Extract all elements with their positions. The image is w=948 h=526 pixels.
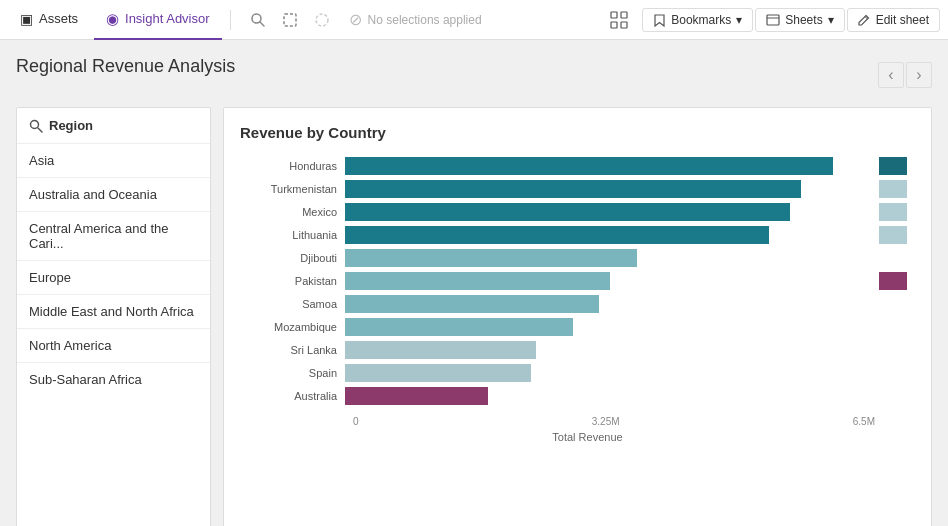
bar-fill — [345, 364, 531, 382]
svg-rect-7 — [621, 22, 627, 28]
region-item[interactable]: Sub-Saharan Africa — [17, 363, 210, 396]
sheets-chevron: ▾ — [828, 13, 834, 27]
svg-line-12 — [38, 128, 42, 132]
page-content: Regional Revenue Analysis ‹ › Region Asi… — [0, 40, 948, 526]
bar-fill — [345, 226, 769, 244]
mini-bar — [879, 295, 915, 313]
next-page-button[interactable]: › — [906, 62, 932, 88]
no-sel-icon: ⊘ — [349, 10, 362, 29]
bar-row: Djibouti — [240, 249, 875, 267]
mini-bar — [879, 226, 907, 244]
tab-insight-advisor[interactable]: ◉ Insight Advisor — [94, 0, 222, 40]
prev-page-button[interactable]: ‹ — [878, 62, 904, 88]
mini-bar — [879, 249, 915, 267]
insight-icon: ◉ — [106, 10, 119, 28]
bar-fill — [345, 203, 790, 221]
bar-chart: HondurasTurkmenistanMexicoLithuaniaDjibo… — [240, 157, 875, 410]
search-row: Region — [17, 108, 210, 144]
bar-row: Samoa — [240, 295, 875, 313]
grid-view-button[interactable] — [604, 5, 634, 35]
region-item[interactable]: Central America and the Cari... — [17, 212, 210, 261]
bar-container — [345, 157, 875, 175]
right-mini-bars — [875, 157, 915, 443]
page-title: Regional Revenue Analysis — [16, 56, 235, 77]
bar-container — [345, 226, 875, 244]
bar-container — [345, 295, 875, 313]
bars-area: HondurasTurkmenistanMexicoLithuaniaDjibo… — [240, 157, 875, 443]
separator — [230, 10, 231, 30]
bar-row: Honduras — [240, 157, 875, 175]
bar-row: Sri Lanka — [240, 341, 875, 359]
mini-bar — [879, 387, 915, 405]
region-item[interactable]: Middle East and North Africa — [17, 295, 210, 329]
bar-label: Sri Lanka — [240, 344, 345, 356]
bar-fill — [345, 249, 637, 267]
bar-row: Pakistan — [240, 272, 875, 290]
no-selections-indicator: ⊘ No selections applied — [341, 10, 490, 29]
bar-row: Australia — [240, 387, 875, 405]
svg-rect-4 — [611, 12, 617, 18]
axis-0: 0 — [353, 416, 359, 427]
region-list: AsiaAustralia and OceaniaCentral America… — [17, 144, 210, 396]
sheets-label: Sheets — [785, 13, 822, 27]
bar-container — [345, 364, 875, 382]
bar-label: Australia — [240, 390, 345, 402]
chart-title: Revenue by Country — [240, 124, 915, 141]
axis-6-5m: 6.5M — [853, 416, 875, 427]
bar-container — [345, 249, 875, 267]
bar-fill — [345, 387, 488, 405]
mini-bar — [879, 272, 907, 290]
bar-row: Spain — [240, 364, 875, 382]
bar-label: Mexico — [240, 206, 345, 218]
mini-bar — [879, 157, 907, 175]
edit-sheet-button[interactable]: Edit sheet — [847, 8, 940, 32]
region-item[interactable]: Australia and Oceania — [17, 178, 210, 212]
region-item[interactable]: Europe — [17, 261, 210, 295]
bar-container — [345, 203, 875, 221]
right-actions: Bookmarks ▾ Sheets ▾ Edit sheet — [604, 5, 940, 35]
bar-label: Spain — [240, 367, 345, 379]
insight-advisor-label: Insight Advisor — [125, 11, 210, 26]
bookmarks-button[interactable]: Bookmarks ▾ — [642, 8, 753, 32]
chart-axis: 0 3.25M 6.5M — [240, 416, 875, 427]
svg-point-3 — [316, 14, 328, 26]
tab-assets[interactable]: ▣ Assets — [8, 0, 90, 40]
edit-sheet-label: Edit sheet — [876, 13, 929, 27]
search-toolbar-icon[interactable] — [243, 5, 273, 35]
svg-line-1 — [260, 22, 264, 26]
chart-xlabel: Total Revenue — [240, 431, 875, 443]
main-layout: Region AsiaAustralia and OceaniaCentral … — [16, 107, 932, 526]
assets-label: Assets — [39, 11, 78, 26]
chart-panel: Revenue by Country HondurasTurkmenistanM… — [223, 107, 932, 526]
toolbar-icons — [243, 5, 337, 35]
bar-row: Mexico — [240, 203, 875, 221]
assets-icon: ▣ — [20, 11, 33, 27]
bar-fill — [345, 272, 610, 290]
bar-fill — [345, 341, 536, 359]
region-item[interactable]: Asia — [17, 144, 210, 178]
bar-fill — [345, 318, 573, 336]
bar-label: Lithuania — [240, 229, 345, 241]
circle-selection-icon[interactable] — [307, 5, 337, 35]
bookmarks-label: Bookmarks — [671, 13, 731, 27]
mini-bar — [879, 180, 907, 198]
bar-label: Mozambique — [240, 321, 345, 333]
bar-fill — [345, 295, 599, 313]
top-navigation-bar: ▣ Assets ◉ Insight Advisor ⊘ No selectio… — [0, 0, 948, 40]
bar-container — [345, 341, 875, 359]
mini-bar — [879, 318, 915, 336]
region-item[interactable]: North America — [17, 329, 210, 363]
lasso-icon[interactable] — [275, 5, 305, 35]
bar-row: Lithuania — [240, 226, 875, 244]
bar-row: Turkmenistan — [240, 180, 875, 198]
chart-area: HondurasTurkmenistanMexicoLithuaniaDjibo… — [240, 157, 915, 443]
axis-3-25m: 3.25M — [592, 416, 620, 427]
svg-point-11 — [31, 120, 39, 128]
sheets-button[interactable]: Sheets ▾ — [755, 8, 844, 32]
mini-bar — [879, 341, 915, 359]
bar-label: Honduras — [240, 160, 345, 172]
bar-container — [345, 272, 875, 290]
bar-label: Pakistan — [240, 275, 345, 287]
bar-row: Mozambique — [240, 318, 875, 336]
bar-fill — [345, 180, 801, 198]
